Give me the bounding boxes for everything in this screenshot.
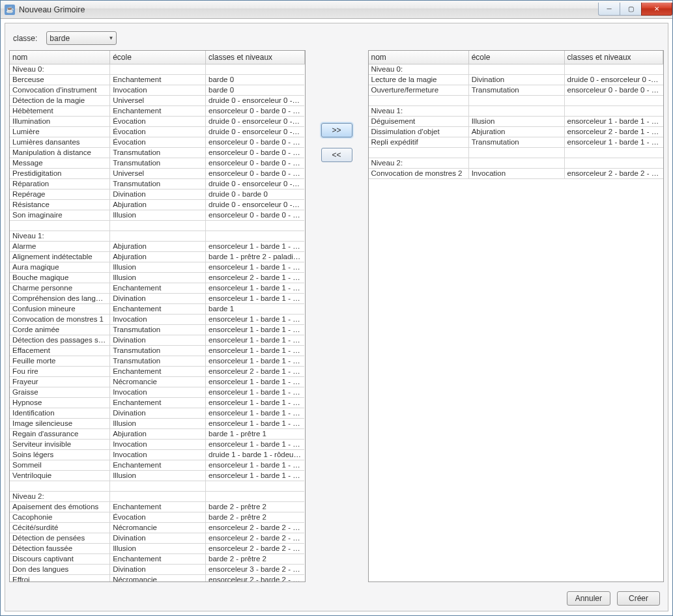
table-row[interactable]: HébètementEnchantementensorceleur 0 - ba… bbox=[10, 105, 304, 116]
table-row[interactable]: Regain d'assuranceAbjurationbarde 1 - pr… bbox=[10, 428, 304, 439]
class-select[interactable]: barde ▼ bbox=[46, 31, 117, 45]
cell: Frayeur bbox=[10, 376, 110, 387]
table-row[interactable]: HypnoseEnchantementensorceleur 1 - barde… bbox=[10, 397, 304, 408]
table-row[interactable]: Niveau 2: bbox=[369, 158, 663, 168]
cell: Enchantement bbox=[110, 397, 206, 408]
cell: barde 1 - prêtre 2 - paladin 2 bbox=[206, 251, 304, 262]
cell: Berceuse bbox=[10, 74, 110, 85]
table-row[interactable]: Discours captivantEnchantementbarde 2 - … bbox=[10, 553, 304, 564]
table-row[interactable]: Feuille morteTransmutationensorceleur 1 … bbox=[10, 356, 304, 366]
table-row[interactable]: Convocation d'instrumentInvocationbarde … bbox=[10, 85, 304, 95]
col-ecole[interactable]: école bbox=[110, 51, 206, 64]
cell: ensorceleur 1 - barde 1 - ma... bbox=[206, 283, 304, 293]
titlebar[interactable]: ☕ Nouveau Grimoire ─ ▢ ✕ bbox=[1, 1, 672, 19]
table-row[interactable]: FrayeurNécromancieensorceleur 1 - barde … bbox=[10, 376, 304, 387]
group-cell: Niveau 0: bbox=[369, 64, 469, 74]
available-table-wrap[interactable]: nom école classes et niveaux Niveau 0:Be… bbox=[9, 50, 306, 582]
close-button[interactable]: ✕ bbox=[641, 3, 672, 16]
table-row[interactable]: Manipulation à distanceTransmutationenso… bbox=[10, 147, 304, 158]
table-row[interactable]: BerceuseEnchantementbarde 0 bbox=[10, 74, 304, 85]
cell: Enchantement bbox=[110, 105, 206, 116]
class-label: classe: bbox=[13, 34, 37, 43]
table-row[interactable]: IdentificationDivinationensorceleur 1 - … bbox=[10, 408, 304, 418]
table-row[interactable]: PrestidigitationUniverselensorceleur 0 -… bbox=[10, 168, 304, 178]
selected-table-wrap[interactable]: nom école classes et niveaux Niveau 0:Le… bbox=[368, 50, 665, 582]
group-cell bbox=[10, 220, 110, 231]
create-button[interactable]: Créer bbox=[617, 591, 660, 606]
move-right-button[interactable]: >> bbox=[321, 123, 352, 137]
table-row[interactable]: Détection des passages secr...Divination… bbox=[10, 335, 304, 345]
table-row[interactable]: GraisseInvocationensorceleur 1 - barde 1… bbox=[10, 387, 304, 397]
cell: Apaisement des émotions bbox=[10, 501, 110, 512]
table-row[interactable]: Niveau 0: bbox=[10, 64, 304, 74]
window-title: Nouveau Grimoire bbox=[19, 5, 85, 14]
table-row[interactable]: Son imaginaireIllusionensorceleur 0 - ba… bbox=[10, 210, 304, 220]
table-row[interactable] bbox=[369, 147, 663, 158]
table-row[interactable] bbox=[369, 95, 663, 105]
table-row[interactable]: Niveau 2: bbox=[10, 491, 304, 501]
col-nom[interactable]: nom bbox=[10, 51, 110, 64]
table-row[interactable]: Image silencieuseIllusionensorceleur 1 -… bbox=[10, 418, 304, 428]
table-row[interactable]: Compréhension des langagesDivinationenso… bbox=[10, 293, 304, 303]
table-row[interactable]: Lecture de la magieDivinationdruide 0 - … bbox=[369, 74, 663, 85]
table-row[interactable]: Ouverture/fermetureTransmutationensorcel… bbox=[369, 85, 663, 95]
cell: Invocation bbox=[110, 439, 206, 449]
table-row[interactable]: RésistanceAbjurationdruide 0 - ensorcele… bbox=[10, 199, 304, 210]
table-row[interactable]: Repli expéditifTransmutationensorceleur … bbox=[369, 137, 663, 147]
table-row[interactable]: Don des languesDivinationensorceleur 3 -… bbox=[10, 564, 304, 574]
cell: Son imaginaire bbox=[10, 210, 110, 220]
table-row[interactable]: Détection de la magieUniverseldruide 0 -… bbox=[10, 95, 304, 105]
table-row[interactable]: Niveau 0: bbox=[369, 64, 663, 74]
table-row[interactable]: Détection fausséeIllusionensorceleur 2 -… bbox=[10, 543, 304, 553]
table-row[interactable]: CacophonieÉvocationbarde 2 - prêtre 2 bbox=[10, 512, 304, 522]
content-root: classe: barde ▼ nom école classes et niv… bbox=[1, 19, 672, 615]
table-row[interactable]: Niveau 1: bbox=[10, 231, 304, 241]
table-row[interactable]: Convocation de monstres 1Invocationensor… bbox=[10, 314, 304, 324]
table-row[interactable] bbox=[10, 220, 304, 231]
table-row[interactable] bbox=[10, 481, 304, 491]
cell: Corde animée bbox=[10, 324, 110, 335]
cell: Détection des passages secr... bbox=[10, 335, 110, 345]
table-row[interactable]: VentriloquieIllusionensorceleur 1 - bard… bbox=[10, 470, 304, 481]
table-row[interactable]: LumièreÉvocationdruide 0 - ensorceleur 0… bbox=[10, 126, 304, 137]
table-row[interactable]: Dissimulation d'objetAbjurationensorcele… bbox=[369, 126, 663, 137]
table-row[interactable]: Fou rireEnchantementensorceleur 2 - bard… bbox=[10, 366, 304, 376]
col-classes[interactable]: classes et niveaux bbox=[206, 51, 304, 64]
table-row[interactable]: Lumières dansantesÉvocationensorceleur 0… bbox=[10, 137, 304, 147]
table-row[interactable]: Alignement indétectableAbjurationbarde 1… bbox=[10, 251, 304, 262]
table-row[interactable]: Serviteur invisibleInvocationensorceleur… bbox=[10, 439, 304, 449]
cell: ensorceleur 1 - barde 1 - ma... bbox=[206, 324, 304, 335]
table-row[interactable]: Corde animéeTransmutationensorceleur 1 -… bbox=[10, 324, 304, 335]
minimize-button[interactable]: ─ bbox=[598, 3, 620, 16]
col-ecole[interactable]: école bbox=[468, 51, 564, 64]
table-row[interactable]: MessageTransmutationensorceleur 0 - bard… bbox=[10, 158, 304, 168]
table-row[interactable]: RéparationTransmutationdruide 0 - ensorc… bbox=[10, 178, 304, 189]
cell: Divination bbox=[110, 189, 206, 199]
col-nom[interactable]: nom bbox=[369, 51, 469, 64]
table-row[interactable]: SommeilEnchantementensorceleur 1 - barde… bbox=[10, 460, 304, 470]
table-row[interactable]: Charme personneEnchantementensorceleur 1… bbox=[10, 283, 304, 293]
table-row[interactable]: AlarmeAbjurationensorceleur 1 - barde 1 … bbox=[10, 241, 304, 251]
table-row[interactable]: Détection de penséesDivinationensorceleu… bbox=[10, 533, 304, 543]
table-row[interactable]: Cécité/surditéNécromancieensorceleur 2 -… bbox=[10, 522, 304, 533]
table-row[interactable]: RepérageDivinationdruide 0 - barde 0 bbox=[10, 189, 304, 199]
table-row[interactable]: Convocation de monstres 2Invocationensor… bbox=[369, 168, 663, 178]
cell: Universel bbox=[110, 168, 206, 178]
col-classes[interactable]: classes et niveaux bbox=[564, 51, 663, 64]
table-row[interactable]: Niveau 1: bbox=[369, 105, 663, 116]
table-row[interactable]: DéguisementIllusionensorceleur 1 - barde… bbox=[369, 116, 663, 126]
table-row[interactable]: Apaisement des émotionsEnchantementbarde… bbox=[10, 501, 304, 512]
table-row[interactable]: EffroiNécromancieensorceleur 2 - barde 2… bbox=[10, 574, 304, 582]
move-left-button[interactable]: << bbox=[321, 148, 352, 162]
cancel-button[interactable]: Annuler bbox=[567, 591, 610, 606]
table-row[interactable]: Aura magiqueIllusionensorceleur 1 - bard… bbox=[10, 262, 304, 272]
table-row[interactable]: IlluminationÉvocationdruide 0 - ensorcel… bbox=[10, 116, 304, 126]
cell: Feuille morte bbox=[10, 356, 110, 366]
table-row[interactable]: EffacementTransmutationensorceleur 1 - b… bbox=[10, 345, 304, 356]
maximize-button[interactable]: ▢ bbox=[620, 3, 642, 16]
table-row[interactable]: Bouche magiqueIllusionensorceleur 2 - ba… bbox=[10, 272, 304, 283]
cell: Transmutation bbox=[110, 345, 206, 356]
table-row[interactable]: Soins légersInvocationdruide 1 - barde 1… bbox=[10, 449, 304, 460]
table-row[interactable]: Confusion mineureEnchantementbarde 1 bbox=[10, 303, 304, 314]
cell: Nécromancie bbox=[110, 376, 206, 387]
